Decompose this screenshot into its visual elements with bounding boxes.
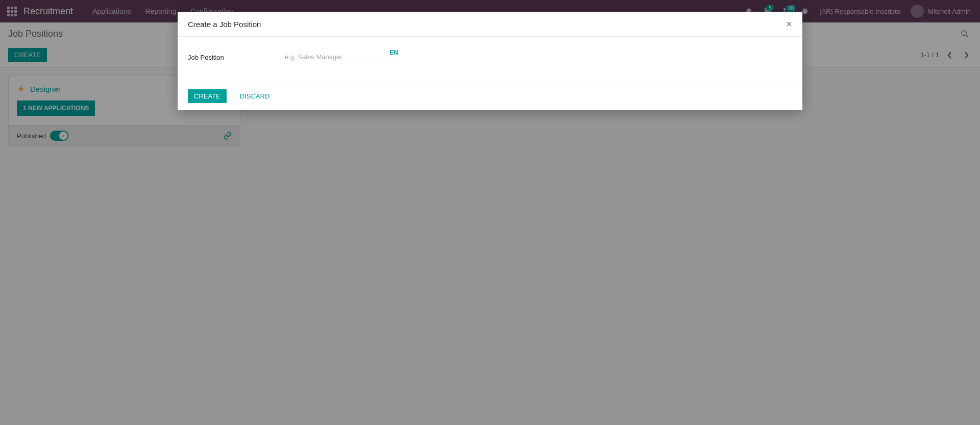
modal-discard-button[interactable]: Discard — [234, 89, 276, 103]
language-button[interactable]: EN — [389, 49, 398, 56]
modal-overlay[interactable]: Create a Job Position × Job Position EN … — [0, 0, 980, 425]
job-position-label: Job Position — [188, 54, 275, 61]
close-icon[interactable]: × — [786, 19, 792, 29]
modal-create-button[interactable]: Create — [188, 89, 227, 103]
create-job-modal: Create a Job Position × Job Position EN … — [178, 12, 802, 110]
job-position-input[interactable] — [285, 51, 397, 63]
modal-title: Create a Job Position — [188, 20, 261, 29]
